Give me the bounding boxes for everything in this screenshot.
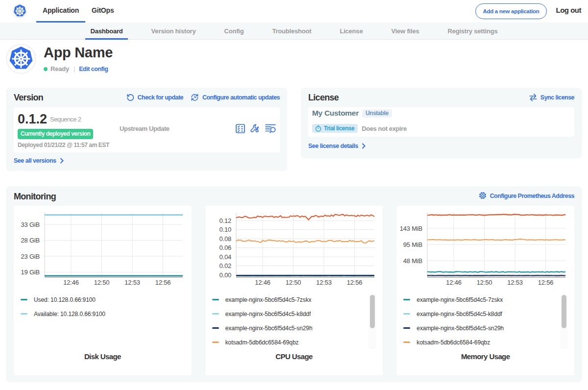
svg-text:48 MiB: 48 MiB — [403, 257, 422, 265]
svg-text:0.10: 0.10 — [219, 226, 231, 233]
svg-text:0.12: 0.12 — [219, 217, 231, 224]
svg-text:12:53: 12:53 — [316, 279, 332, 286]
svg-text:95 MiB: 95 MiB — [403, 241, 422, 248]
svg-text:0.08: 0.08 — [219, 235, 231, 243]
svg-text:12:46: 12:46 — [63, 279, 79, 286]
svg-text:0.04: 0.04 — [219, 253, 231, 261]
svg-text:0.00: 0.00 — [219, 271, 231, 279]
svg-text:19 GiB: 19 GiB — [21, 268, 40, 276]
svg-text:12:56: 12:56 — [346, 279, 362, 286]
svg-text:12:50: 12:50 — [94, 279, 110, 286]
svg-text:12:46: 12:46 — [255, 279, 270, 286]
svg-text:12:56: 12:56 — [538, 279, 554, 286]
svg-text:12:46: 12:46 — [446, 279, 462, 286]
svg-text:28 GiB: 28 GiB — [21, 237, 40, 244]
svg-text:12:50: 12:50 — [477, 279, 492, 286]
svg-text:12:56: 12:56 — [155, 279, 171, 286]
svg-text:0.02: 0.02 — [219, 262, 231, 269]
svg-text:143 MiB: 143 MiB — [400, 225, 422, 232]
svg-text:12:50: 12:50 — [285, 279, 301, 286]
svg-text:12:53: 12:53 — [124, 279, 140, 286]
svg-text:0.06: 0.06 — [219, 244, 231, 251]
svg-text:12:53: 12:53 — [508, 279, 523, 286]
svg-text:33 GiB: 33 GiB — [21, 221, 40, 228]
svg-text:23 GiB: 23 GiB — [21, 253, 40, 260]
